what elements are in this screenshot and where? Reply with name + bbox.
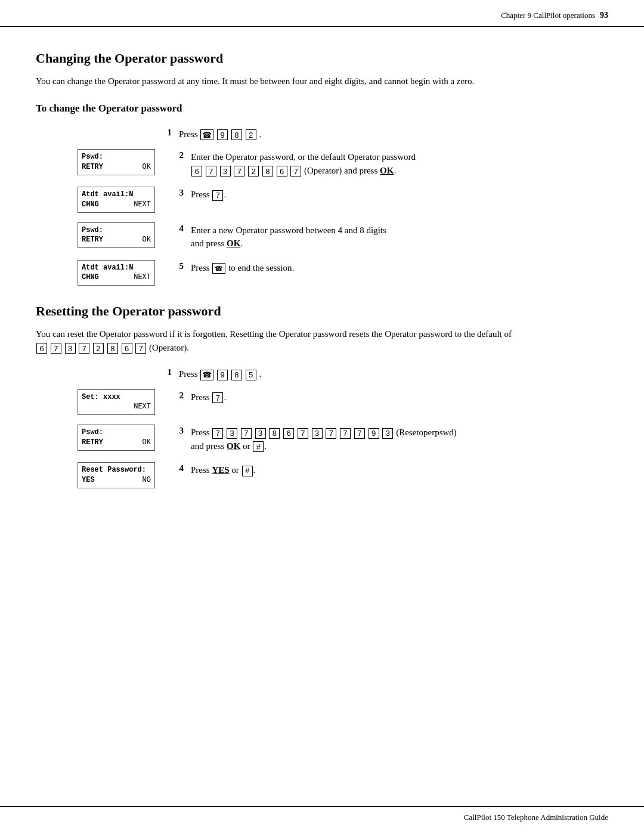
lcd-reset-step2: Set: xxxx NEXT [78, 389, 155, 416]
ok-label-r3: OK [227, 441, 240, 451]
key-8-r: 8 [107, 343, 118, 354]
section-changing-operator-password: Changing the Operator password You can c… [36, 51, 608, 286]
k7b: 7 [241, 428, 252, 439]
page-container: Chapter 9 CallPilot operations 93 Changi… [0, 0, 644, 833]
step-1-content: Press ☎ 9 8 2 . [179, 126, 608, 141]
key-8-r1: 8 [231, 370, 242, 380]
key-phone-icon: ☎ [200, 129, 213, 140]
lcd-step2: Pswd: RETRYOK [78, 149, 155, 175]
reset-step-1-content: Press ☎ 9 8 5 . [179, 366, 608, 381]
yes-label: YES [212, 465, 229, 475]
section-resetting-operator-password: Resetting the Operator password You can … [36, 304, 608, 488]
step-3-num: 3 [167, 187, 191, 198]
reset-step-2-content: Press 7. [191, 389, 608, 404]
key-7c: 7 [290, 166, 301, 176]
step-3-content: Press 7. [191, 187, 608, 202]
reset-step-4-screen: Reset Password: YESNO [36, 462, 155, 488]
reset-step-4-num: 4 [167, 462, 191, 473]
reset-step-3-content: Press 7 3 7 3 8 6 7 3 7 7 7 9 3 [191, 425, 608, 453]
key-6b: 6 [277, 166, 287, 176]
step-2-screen: Pswd: RETRYOK [36, 149, 155, 175]
key-hash-r3: # [253, 441, 264, 452]
reset-step-3-screen: Pswd: RETRYOK [36, 425, 155, 451]
page-header: Chapter 9 CallPilot operations 93 [0, 0, 644, 27]
key-2a: 2 [248, 166, 259, 176]
reset-step-3: Pswd: RETRYOK 3 Press 7 3 7 3 8 6 7 [36, 425, 608, 453]
step-2: Pswd: RETRYOK 2 Enter the Operator passw… [36, 149, 608, 177]
step-2-content: Enter the Operator password, or the defa… [191, 149, 608, 177]
k3b: 3 [255, 428, 266, 439]
subsection-heading: To change the Operator password [36, 103, 608, 114]
key-6-r2: 6 [122, 343, 132, 354]
header-chapter: Chapter 9 CallPilot operations [501, 11, 595, 20]
key-2: 2 [246, 129, 256, 140]
step-2-num: 2 [167, 149, 191, 160]
lcd-reset-step4: Reset Password: YESNO [78, 462, 155, 488]
step-4: Pswd: RETRYOK 4 Enter a new Operator pas… [36, 222, 608, 250]
key-7-rs2: 7 [212, 392, 223, 403]
reset-step-4-content: Press YES or #. [191, 462, 608, 477]
reset-step-2-screen: Set: xxxx NEXT [36, 389, 155, 416]
footer-text: CallPilot 150 Telephone Administration G… [464, 813, 608, 822]
key-8a: 8 [262, 166, 273, 176]
reset-step-2: Set: xxxx NEXT 2 Press 7. [36, 389, 608, 416]
ok-label-2: OK [227, 239, 240, 248]
k7a: 7 [212, 428, 223, 439]
key-7-r3: 7 [135, 343, 146, 354]
key-9-r1: 9 [217, 370, 228, 380]
step-5-num: 5 [167, 260, 191, 271]
key-7-r: 7 [51, 343, 61, 354]
key-5-r1: 5 [246, 370, 256, 380]
reset-step-1: 1 Press ☎ 9 8 5 . [155, 366, 608, 381]
reset-steps: 1 Press ☎ 9 8 5 . Set: xxxx [36, 366, 608, 488]
step-1: 1 Press ☎ 9 8 2 . [155, 126, 608, 141]
key-3-r: 3 [65, 343, 76, 354]
key-phone-end-icon: ☎ [212, 263, 225, 274]
lcd-reset-step3: Pswd: RETRYOK [78, 425, 155, 451]
step-4-num: 4 [167, 222, 191, 234]
key-6-r: 6 [36, 343, 47, 354]
change-steps: 1 Press ☎ 9 8 2 . [36, 126, 608, 286]
main-content: Changing the Operator password You can c… [0, 27, 644, 546]
header-page-num: 93 [600, 11, 608, 20]
reset-step-4: Reset Password: YESNO 4 Press YES or #. [36, 462, 608, 488]
key-9: 9 [217, 129, 228, 140]
k3c: 3 [312, 428, 323, 439]
k9a: 9 [369, 428, 379, 439]
key-7-s3: 7 [212, 190, 223, 201]
step-5-content: Press ☎ to end the session. [191, 260, 608, 275]
reset-step-1-num: 1 [155, 366, 179, 377]
lcd-step4: Pswd: RETRYOK [78, 222, 155, 249]
step-5: Atdt avail:N CHNGNEXT 5 Press ☎ to end t… [36, 260, 608, 286]
reset-step-2-num: 2 [167, 389, 191, 401]
k7e: 7 [340, 428, 351, 439]
key-2-r: 2 [93, 343, 104, 354]
section1-body: You can change the Operator password at … [36, 75, 525, 88]
k8a: 8 [269, 428, 280, 439]
key-3a: 3 [220, 166, 231, 176]
step-4-screen: Pswd: RETRYOK [36, 222, 155, 249]
k6a: 6 [283, 428, 294, 439]
k7f: 7 [354, 428, 365, 439]
key-7a: 7 [206, 166, 216, 176]
key-7b: 7 [234, 166, 244, 176]
lcd-step3: Atdt avail:N CHNGNEXT [78, 187, 155, 213]
step-3-screen: Atdt avail:N CHNGNEXT [36, 187, 155, 213]
page-footer: CallPilot 150 Telephone Administration G… [0, 806, 644, 833]
step-1-num: 1 [155, 126, 179, 138]
subsection-to-change: To change the Operator password 1 Press … [36, 103, 608, 286]
k3a: 3 [227, 428, 237, 439]
section2-heading: Resetting the Operator password [36, 304, 608, 319]
reset-step-3-num: 3 [167, 425, 191, 436]
section1-heading: Changing the Operator password [36, 51, 608, 66]
ok-label: OK [380, 166, 394, 175]
key-hash-r4: # [242, 466, 253, 476]
step-5-screen: Atdt avail:N CHNGNEXT [36, 260, 155, 286]
key-6a: 6 [191, 166, 202, 176]
key-8: 8 [231, 129, 242, 140]
key-7-r2: 7 [79, 343, 89, 354]
key-phone-r1: ☎ [200, 370, 213, 380]
step-4-content: Enter a new Operator password between 4 … [191, 222, 608, 250]
k7c: 7 [298, 428, 308, 439]
lcd-step5: Atdt avail:N CHNGNEXT [78, 260, 155, 286]
